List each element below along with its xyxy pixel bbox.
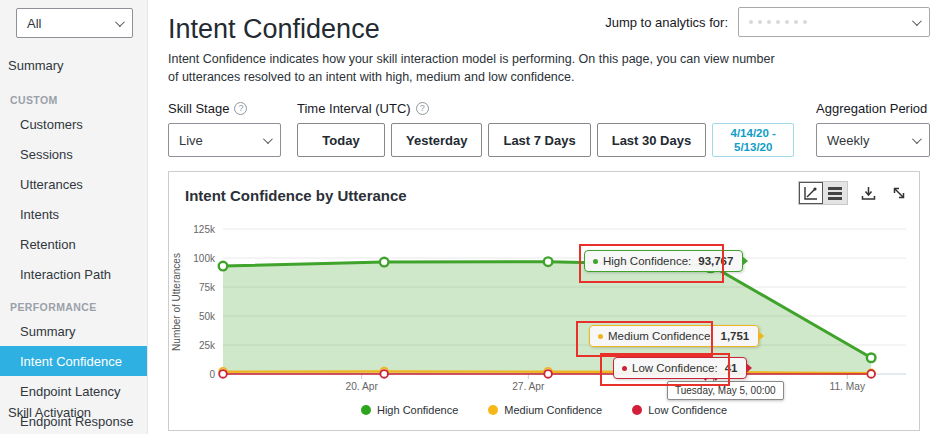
- svg-text:20. Apr: 20. Apr: [346, 381, 379, 392]
- low-confidence-tooltip: Low Confidence: 41: [613, 357, 747, 379]
- medium-confidence-tooltip: Medium Confidence: 1,751: [589, 325, 759, 347]
- sidebar-item-skill-activation[interactable]: Skill Activation: [0, 397, 147, 428]
- expand-icon: [891, 185, 907, 201]
- skill-stage-dropdown[interactable]: Live: [168, 123, 281, 157]
- aggregation-period-dropdown[interactable]: Weekly: [816, 123, 930, 157]
- skill-stage-label: Skill Stage: [168, 101, 229, 116]
- skill-selector-value: All: [27, 16, 41, 31]
- redacted-skill-name: [749, 20, 807, 24]
- skill-selector-dropdown[interactable]: All: [16, 8, 133, 38]
- last-30-days-button[interactable]: Last 30 Days: [597, 123, 707, 157]
- skill-stage-value: Live: [179, 133, 203, 148]
- sidebar-item-performance-summary[interactable]: Summary: [0, 316, 147, 346]
- tooltip-callout: [746, 363, 752, 373]
- expand-button[interactable]: [888, 182, 910, 204]
- main-content: Jump to analytics for: Intent Confidence…: [148, 0, 936, 434]
- time-interval-label: Time Interval (UTC): [297, 101, 411, 116]
- page-description: Intent Confidence indicates how your ski…: [168, 50, 788, 86]
- sidebar-section-performance: PERFORMANCE: [0, 289, 147, 316]
- sidebar-item-interaction-path[interactable]: Interaction Path: [0, 259, 147, 289]
- yesterday-button[interactable]: Yesterday: [391, 123, 482, 157]
- sidebar-item-utterances[interactable]: Utterances: [0, 169, 147, 199]
- svg-text:11. May: 11. May: [830, 381, 866, 392]
- svg-text:Number of Utterances: Number of Utterances: [171, 253, 182, 351]
- help-icon[interactable]: ?: [234, 102, 247, 115]
- aggregation-period-group: Aggregation Period Weekly: [816, 101, 930, 157]
- download-button[interactable]: [857, 182, 879, 204]
- table-view-button[interactable]: [823, 182, 847, 204]
- sidebar: All Summary CUSTOM Customers Sessions Ut…: [0, 0, 148, 434]
- legend-medium-confidence[interactable]: Medium Confidence: [488, 404, 602, 416]
- chart-panel-title: Intent Confidence by Utterance: [185, 187, 407, 204]
- svg-text:75k: 75k: [199, 282, 216, 293]
- time-interval-group: Time Interval (UTC) ? Today Yesterday La…: [297, 101, 794, 157]
- chart-legend: High Confidence Medium Confidence Low Co…: [169, 404, 919, 416]
- chevron-down-icon: [263, 134, 273, 144]
- aggregation-period-label: Aggregation Period: [816, 101, 927, 116]
- low-confidence-dot: [622, 366, 627, 371]
- legend-dot-high: [361, 405, 371, 415]
- legend-dot-medium: [488, 405, 498, 415]
- legend-dot-low: [632, 405, 642, 415]
- sidebar-section-custom: CUSTOM: [0, 82, 147, 109]
- chart-view-button[interactable]: [799, 182, 823, 204]
- sidebar-item-customers[interactable]: Customers: [0, 109, 147, 139]
- legend-low-confidence[interactable]: Low Confidence: [632, 404, 727, 416]
- legend-high-confidence[interactable]: High Confidence: [361, 404, 458, 416]
- chevron-down-icon: [912, 16, 922, 26]
- crosshair-date-label: Tuesday, May 5, 00:00: [667, 381, 784, 400]
- chevron-down-icon: [115, 17, 125, 27]
- jump-to-analytics-label: Jump to analytics for:: [605, 15, 728, 30]
- help-icon[interactable]: ?: [416, 102, 429, 115]
- svg-text:100k: 100k: [193, 253, 216, 264]
- tooltip-callout: [758, 331, 764, 341]
- chart-toolbar: [798, 181, 910, 205]
- svg-text:25k: 25k: [199, 340, 216, 351]
- tooltip-callout: [742, 256, 748, 266]
- table-icon: [828, 187, 842, 200]
- medium-confidence-dot: [598, 334, 603, 339]
- sidebar-item-summary-top[interactable]: Summary: [0, 48, 147, 82]
- svg-text:27. Apr: 27. Apr: [512, 381, 545, 392]
- jump-to-analytics-dropdown[interactable]: [738, 7, 930, 37]
- sidebar-item-intents[interactable]: Intents: [0, 199, 147, 229]
- filters-row: Skill Stage ? Live Time Interval (UTC) ?…: [168, 101, 936, 157]
- sidebar-item-sessions[interactable]: Sessions: [0, 139, 147, 169]
- intent-confidence-chart: 025k50k75k100k125kNumber of Utterances20…: [169, 215, 919, 400]
- high-confidence-tooltip: High Confidence: 93,767: [584, 250, 743, 272]
- svg-text:50k: 50k: [199, 311, 216, 322]
- high-confidence-dot: [593, 259, 598, 264]
- last-7-days-button[interactable]: Last 7 Days: [488, 123, 590, 157]
- chart-plot-area[interactable]: 025k50k75k100k125kNumber of Utterances20…: [169, 215, 919, 400]
- line-chart-icon: [804, 186, 818, 200]
- download-icon: [861, 186, 876, 201]
- svg-text:125k: 125k: [193, 224, 216, 235]
- today-button[interactable]: Today: [297, 123, 385, 157]
- chevron-down-icon: [912, 134, 922, 144]
- sidebar-item-retention[interactable]: Retention: [0, 229, 147, 259]
- jump-to-analytics: Jump to analytics for:: [605, 7, 930, 37]
- svg-text:0: 0: [209, 369, 215, 380]
- sidebar-item-intent-confidence[interactable]: Intent Confidence: [0, 346, 147, 376]
- skill-stage-group: Skill Stage ? Live: [168, 101, 281, 157]
- aggregation-period-value: Weekly: [827, 133, 869, 148]
- chart-panel: Intent Confidence by Utterance: [168, 171, 920, 431]
- date-range-button[interactable]: 4/14/20 - 5/13/20: [712, 123, 794, 157]
